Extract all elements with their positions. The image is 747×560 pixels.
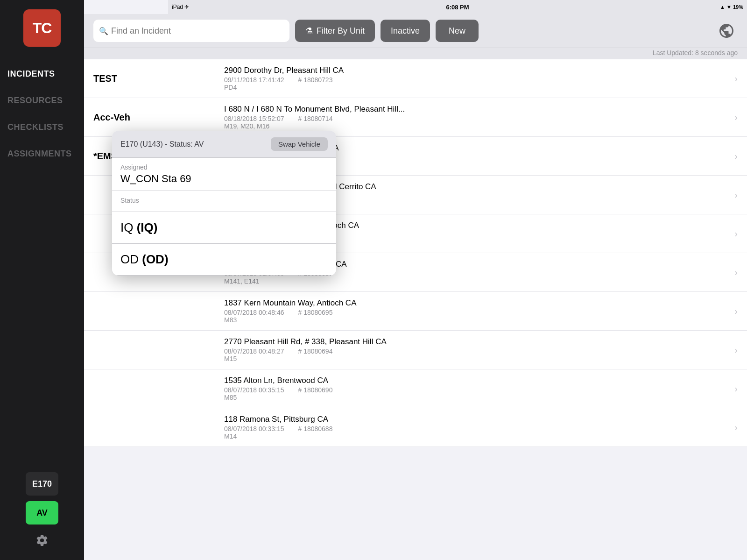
popup-header: E170 (U143) - Status: AV Swap Vehicle: [112, 131, 336, 158]
status-label: Status: [120, 197, 328, 204]
ios-statusbar: iPad ✈ 6:08 PM ▲ ▼ 19%: [168, 0, 747, 14]
sidebar: TC INCIDENTS RESOURCES CHECKLISTS ASSIGN…: [0, 0, 84, 560]
ios-device-label: iPad ✈: [172, 4, 189, 10]
popup-title: E170 (U143) - Status: AV: [120, 140, 204, 149]
logo-text: TC: [33, 20, 52, 37]
iq-bold-text: (IQ): [137, 220, 158, 234]
sidebar-nav: INCIDENTS RESOURCES CHECKLISTS ASSIGNMEN…: [0, 61, 84, 167]
ios-time: 6:08 PM: [446, 4, 469, 11]
sidebar-item-incidents[interactable]: INCIDENTS: [0, 61, 84, 87]
sidebar-item-resources[interactable]: RESOURCES: [0, 87, 84, 114]
od-text: OD: [120, 252, 139, 266]
iq-text: IQ: [120, 220, 133, 234]
unit-badge[interactable]: E170: [26, 472, 58, 496]
sidebar-item-assignments[interactable]: ASSIGNMENTS: [0, 141, 84, 167]
popup-od-section[interactable]: OD (OD): [112, 244, 336, 276]
sidebar-bottom: E170 AV: [0, 463, 84, 560]
popup-status-section: Status: [112, 191, 336, 212]
od-bold-text: (OD): [142, 252, 168, 266]
assigned-value: W_CON Sta 69: [120, 173, 328, 185]
assigned-label: Assigned: [120, 163, 328, 171]
main-content: iPad ✈ 6:08 PM ▲ ▼ 19% 🔍 ⚗ Filter By Uni…: [84, 0, 747, 560]
ios-battery: ▲ ▼ 19%: [720, 4, 743, 10]
sidebar-item-checklists[interactable]: CHECKLISTS: [0, 114, 84, 141]
popup-iq-section[interactable]: IQ (IQ): [112, 212, 336, 244]
settings-button[interactable]: [32, 530, 52, 551]
popup-overlay: E170 (U143) - Status: AV Swap Vehicle As…: [84, 0, 747, 560]
swap-vehicle-button[interactable]: Swap Vehicle: [271, 137, 328, 151]
app-logo: TC: [23, 9, 61, 47]
vehicle-status-popup: E170 (U143) - Status: AV Swap Vehicle As…: [112, 131, 336, 276]
popup-assigned-section: Assigned W_CON Sta 69: [112, 158, 336, 191]
status-badge[interactable]: AV: [26, 501, 58, 525]
